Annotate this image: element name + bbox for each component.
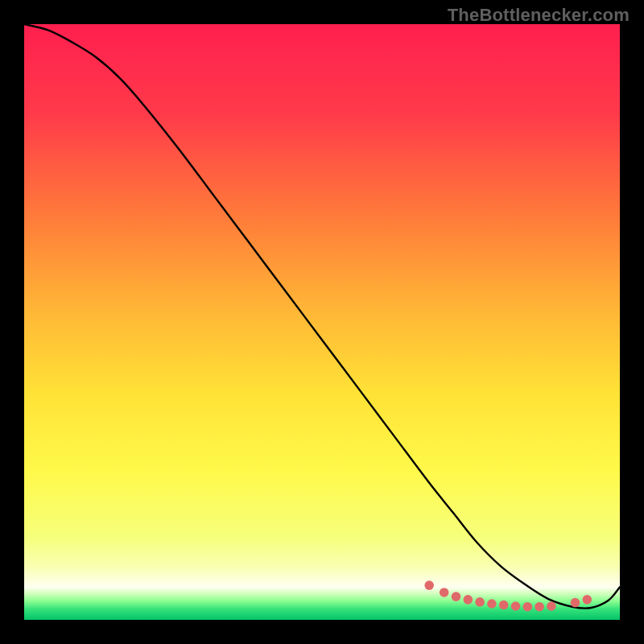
chart-stage: TheBottlenecker.com (0, 0, 644, 644)
marker-dot (475, 597, 485, 607)
near-zero-dots (424, 580, 592, 611)
marker-dot (452, 592, 461, 601)
marker-dot (571, 598, 580, 608)
marker-dot (424, 580, 434, 590)
marker-dot (464, 595, 473, 605)
bottleneck-curve (24, 24, 620, 609)
marker-dot (511, 601, 521, 611)
marker-dot (523, 602, 533, 612)
marker-dot (487, 599, 497, 609)
curve-layer (24, 24, 620, 620)
watermark-text: TheBottlenecker.com (448, 5, 630, 26)
marker-dot (547, 601, 556, 611)
marker-dot (440, 588, 449, 597)
plot-area (24, 24, 620, 620)
marker-dot (535, 602, 544, 612)
marker-dot (499, 601, 509, 610)
marker-dot (583, 595, 592, 605)
